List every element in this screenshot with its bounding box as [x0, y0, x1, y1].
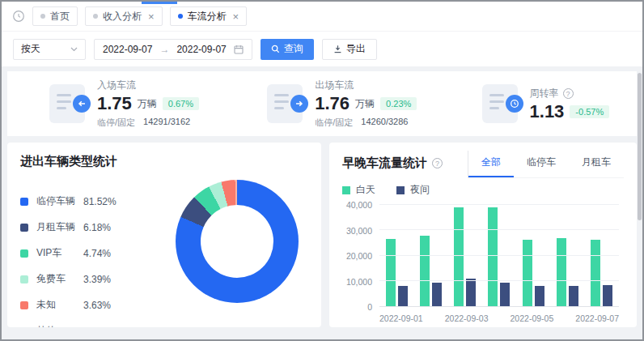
bar-group — [482, 205, 516, 306]
bar-legend-item[interactable]: 白天 — [342, 183, 375, 197]
x-label: 2022-09-05 — [511, 313, 554, 323]
stat-detail-label: 临停/固定 — [97, 117, 135, 129]
bar-group — [448, 205, 482, 306]
active-tab-indicator — [142, 2, 177, 4]
legend-label: 其他 — [36, 324, 83, 327]
tab-dot-icon — [93, 14, 98, 19]
stat-change-badge: 0.23% — [380, 97, 417, 110]
content-area: 入场车流 1.75 万辆 0.67% 临停/固定 14291/3162 — [2, 66, 642, 327]
panel-title: 进出车辆类型统计 — [20, 154, 308, 169]
tab-label: 首页 — [50, 10, 70, 23]
stat-detail-value: 14260/3286 — [361, 117, 408, 129]
stat-unit: 万辆 — [138, 97, 157, 111]
close-icon[interactable]: × — [148, 11, 155, 22]
refresh-icon[interactable] — [11, 10, 25, 23]
panel-title: 早晚车流量统计 — [342, 156, 427, 171]
x-axis-labels: 2022-09-012022-09-032022-09-052022-09-07 — [379, 309, 619, 323]
legend-label: 未知 — [36, 298, 83, 312]
legend-swatch-icon — [20, 249, 28, 258]
doc-clock-icon — [482, 84, 518, 123]
tab-temporary[interactable]: 临停车 — [514, 151, 569, 177]
date-separator: → — [159, 44, 169, 55]
pie-legend-item[interactable]: 其他0.54% — [20, 324, 158, 327]
pie-legend-item[interactable]: VIP车4.74% — [20, 246, 158, 260]
bar-group — [550, 205, 584, 306]
query-button-label: 查询 — [284, 42, 303, 56]
legend-swatch-icon — [20, 301, 28, 309]
bar-night — [432, 283, 442, 306]
bar-legend-item[interactable]: 夜间 — [396, 183, 430, 197]
stat-outbound-traffic: 出场车流 1.76 万辆 0.23% 临停/固定 14260/3286 — [231, 79, 449, 129]
pie-legend-item[interactable]: 临停车辆81.52% — [20, 194, 158, 208]
legend-label: VIP车 — [36, 246, 83, 260]
date-range-picker[interactable]: 2022-09-07 → 2022-09-07 — [94, 39, 252, 60]
query-button[interactable]: 查询 — [261, 39, 314, 60]
pie-legend-item[interactable]: 月租车辆6.18% — [20, 220, 158, 234]
date-start: 2022-09-07 — [103, 44, 152, 55]
y-tick-label: 10,000 — [346, 277, 372, 287]
tab-monthly[interactable]: 月租车 — [569, 151, 624, 177]
bar-day — [488, 207, 498, 307]
donut-chart — [176, 180, 299, 303]
vehicle-type-panel: 进出车辆类型统计 临停车辆81.52%月租车辆6.18%VIP车4.74%免费车… — [7, 143, 321, 327]
chevron-down-icon — [70, 47, 78, 52]
tab-traffic-analysis[interactable]: 车流分析 × — [170, 6, 248, 26]
plot-area — [379, 205, 619, 307]
stat-value: 1.76 — [315, 95, 350, 113]
x-label: 2022-09-07 — [575, 313, 619, 323]
dashboard-window: 首页 收入分析 × 车流分析 × 按天 2022-09-07 → 2022-09… — [0, 0, 644, 341]
y-tick-label: 0 — [367, 302, 372, 312]
stat-detail-label: 临停/固定 — [315, 117, 353, 129]
bar-night — [535, 286, 544, 306]
bar-day — [386, 239, 396, 306]
legend-swatch-icon — [342, 186, 350, 194]
legend-label: 白天 — [356, 183, 375, 197]
legend-value: 0.54% — [83, 326, 111, 328]
y-tick-label: 40,000 — [346, 200, 372, 210]
pie-legend-item[interactable]: 未知3.63% — [20, 298, 158, 312]
tab-label: 车流分析 — [188, 10, 227, 23]
export-button[interactable]: 导出 — [322, 39, 377, 60]
bar-group — [585, 205, 619, 306]
stat-value: 1.13 — [530, 103, 565, 121]
stat-turnover-rate: 周转率 ? 1.13 -0.57% — [450, 84, 637, 123]
legend-swatch-icon — [20, 327, 28, 328]
x-label: 2022-09-01 — [379, 313, 423, 323]
gridline — [379, 255, 619, 256]
legend-value: 4.74% — [83, 248, 111, 259]
legend-label: 夜间 — [410, 183, 430, 197]
legend-label: 临停车辆 — [36, 194, 83, 208]
date-end: 2022-09-07 — [176, 44, 226, 55]
legend-swatch-icon — [20, 198, 28, 206]
bar-night — [398, 286, 408, 306]
bar-night — [500, 283, 510, 306]
tab-all[interactable]: 全部 — [468, 151, 514, 177]
stat-inbound-traffic: 入场车流 1.75 万辆 0.67% 临停/固定 14291/3162 — [7, 79, 231, 129]
tab-label: 收入分析 — [103, 10, 142, 23]
doc-arrow-out-icon — [267, 84, 303, 123]
info-icon[interactable]: ? — [563, 88, 574, 99]
period-select[interactable]: 按天 — [13, 39, 86, 60]
stat-title: 周转率 — [530, 87, 559, 100]
bar-group — [413, 205, 447, 306]
close-icon[interactable]: × — [233, 11, 239, 22]
pie-legend-item[interactable]: 免费车3.39% — [20, 272, 158, 286]
y-tick-label: 20,000 — [346, 251, 372, 261]
legend-swatch-icon — [396, 186, 405, 194]
legend-value: 81.52% — [83, 196, 117, 207]
bar-day — [420, 236, 430, 306]
search-icon — [271, 45, 280, 53]
tab-home[interactable]: 首页 — [32, 6, 78, 26]
bar-day — [454, 207, 464, 307]
stat-title: 入场车流 — [97, 79, 199, 92]
calendar-icon — [234, 45, 244, 54]
gridline — [379, 229, 619, 230]
stat-change-badge: 0.67% — [163, 97, 199, 110]
y-tick-label: 30,000 — [346, 226, 372, 236]
chart-tabs: 全部 临停车 月租车 — [468, 151, 624, 178]
vertical-scrollbar[interactable] — [638, 73, 642, 220]
tab-dot-icon — [40, 14, 45, 19]
bar-day — [523, 240, 532, 307]
tab-income-analysis[interactable]: 收入分析 × — [85, 6, 163, 26]
info-icon[interactable]: ? — [432, 158, 443, 168]
